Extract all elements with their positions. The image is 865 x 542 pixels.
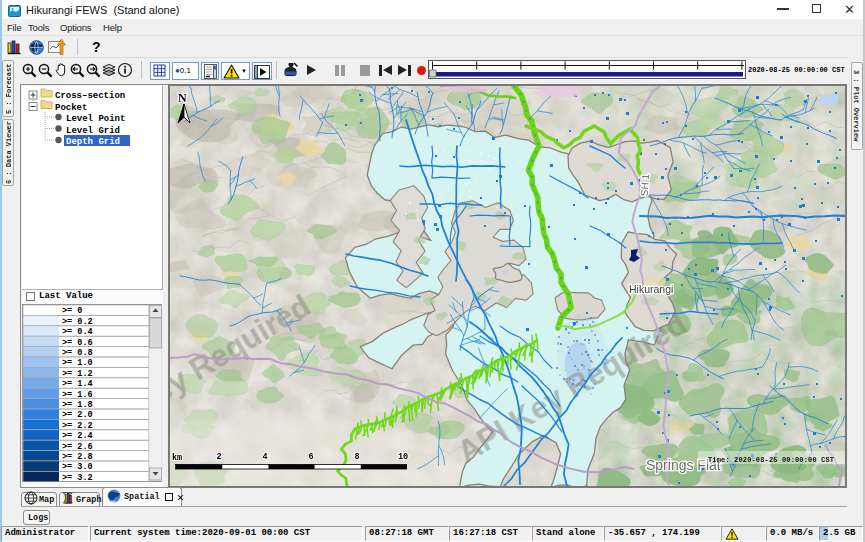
svg-text:>= 2.8: >= 2.8 bbox=[62, 452, 93, 462]
svg-text:>= 1.8: >= 1.8 bbox=[62, 400, 93, 410]
svg-text:>= 2.0: >= 2.0 bbox=[62, 410, 93, 420]
svg-text:Level Grid: Level Grid bbox=[66, 126, 120, 136]
svg-text:2: 2 bbox=[217, 452, 222, 462]
svg-text:Pocket: Pocket bbox=[55, 103, 87, 113]
svg-text:>= 0.4: >= 0.4 bbox=[62, 327, 93, 337]
svg-text:Level Point: Level Point bbox=[66, 114, 125, 124]
svg-text:Hikurangi: Hikurangi bbox=[629, 283, 673, 295]
svg-text:Time: 2020-08-25 00:00:00 CST: Time: 2020-08-25 00:00:00 CST bbox=[708, 456, 834, 464]
svg-text:8: 8 bbox=[355, 452, 360, 462]
svg-text:>= 3.0: >= 3.0 bbox=[62, 462, 93, 472]
svg-text:>= 3.2: >= 3.2 bbox=[62, 473, 93, 482]
svg-text:>= 0.2: >= 0.2 bbox=[62, 317, 93, 327]
svg-text:>= 2.4: >= 2.4 bbox=[62, 431, 93, 441]
svg-text:SH 1: SH 1 bbox=[638, 173, 651, 197]
svg-text:10: 10 bbox=[398, 452, 408, 462]
svg-text:Cross–section: Cross–section bbox=[55, 91, 125, 101]
svg-text:>= 2.2: >= 2.2 bbox=[62, 421, 93, 431]
svg-text:km: km bbox=[172, 453, 182, 463]
svg-text:>= 2.6: >= 2.6 bbox=[62, 442, 93, 452]
svg-text:>= 0.6: >= 0.6 bbox=[62, 338, 93, 348]
svg-text:Depth Grid: Depth Grid bbox=[66, 137, 120, 147]
svg-text:>= 0: >= 0 bbox=[62, 306, 82, 316]
svg-text:N: N bbox=[178, 91, 187, 105]
svg-text:>= 1.6: >= 1.6 bbox=[62, 390, 93, 400]
svg-text:>= 0.8: >= 0.8 bbox=[62, 348, 93, 358]
svg-text:>= 1.2: >= 1.2 bbox=[62, 369, 93, 379]
svg-text:4: 4 bbox=[263, 452, 268, 462]
svg-text:>= 1.0: >= 1.0 bbox=[62, 358, 93, 368]
svg-text:>= 1.4: >= 1.4 bbox=[62, 379, 93, 389]
svg-text:6: 6 bbox=[309, 452, 314, 462]
